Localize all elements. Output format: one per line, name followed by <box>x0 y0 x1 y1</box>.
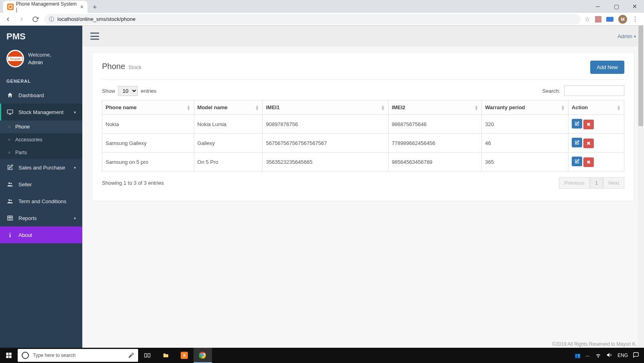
wifi-icon[interactable] <box>595 352 601 359</box>
entries-selector: Show 10 entries <box>102 86 157 96</box>
tray-chevron-icon[interactable]: ︿ <box>585 352 590 359</box>
col-model-name[interactable]: Model name▲▼ <box>194 100 263 115</box>
volume-icon[interactable] <box>606 352 613 359</box>
taskbar-search[interactable]: Type here to search 🎤 <box>18 349 138 362</box>
scrollbar[interactable] <box>638 26 644 348</box>
forward-button[interactable] <box>17 14 26 24</box>
cell-imei2: 986875675646 <box>388 115 482 134</box>
submenu-label: Parts <box>15 150 27 155</box>
username-text: Admin <box>28 59 51 67</box>
next-page-button[interactable]: Next <box>603 177 624 189</box>
search-input[interactable] <box>564 86 624 96</box>
browser-tab[interactable]: Phone Management System | × <box>3 1 88 13</box>
page-number[interactable]: 1 <box>590 177 603 189</box>
edit-button[interactable] <box>572 138 582 147</box>
page-title-main: Phone <box>102 62 125 71</box>
window-close-button[interactable]: ✕ <box>626 0 644 13</box>
sidebar-item-sales-purchase[interactable]: Sales and Purchase ▾ <box>0 159 82 176</box>
sidebar-item-reports[interactable]: Reports ▾ <box>0 210 82 226</box>
col-warranty[interactable]: Warranty period▲▼ <box>482 100 569 115</box>
submenu-label: Accessories <box>15 137 42 143</box>
chevron-down-icon: ▾ <box>634 34 636 39</box>
table-row: Samsung GallexyGallexy567567567567567567… <box>102 134 624 153</box>
people-icon[interactable]: 👥 <box>575 353 581 358</box>
cell-model-name: Nokia Lumia <box>194 115 263 134</box>
col-label: Warranty period <box>485 104 525 110</box>
page-size-select[interactable]: 10 <box>118 86 138 96</box>
extension-icon[interactable] <box>606 17 613 22</box>
chrome-icon[interactable] <box>194 348 212 363</box>
col-phone-name[interactable]: Phone name▲▼ <box>102 100 194 115</box>
window-maximize-button[interactable]: ▢ <box>607 0 626 13</box>
col-label: Model name <box>198 104 228 110</box>
window-minimize-button[interactable]: ─ <box>589 0 607 13</box>
edit-button[interactable] <box>572 119 582 128</box>
bookmark-star-icon[interactable]: ☆ <box>585 15 590 23</box>
sidebar-item-seller[interactable]: Seller <box>0 176 82 193</box>
new-tab-button[interactable]: + <box>89 2 100 13</box>
start-button[interactable] <box>0 348 18 363</box>
user-dropdown[interactable]: Admin ▾ <box>618 33 636 39</box>
col-imei1[interactable]: IMEI1▲▼ <box>263 100 388 115</box>
col-imei2[interactable]: IMEI2▲▼ <box>388 100 482 115</box>
extension-icon[interactable] <box>595 16 601 22</box>
svg-rect-15 <box>6 356 8 358</box>
avatar-icon: Shopee <box>6 50 24 67</box>
scrollbar-thumb[interactable] <box>638 26 643 126</box>
edit-button[interactable] <box>572 157 582 166</box>
sidebar-item-stock-management[interactable]: Stock Management ▾ <box>0 104 82 120</box>
search-control: Search: <box>542 86 624 96</box>
sidebar-item-dashboard[interactable]: Dashboard <box>0 87 82 104</box>
delete-button[interactable]: ✖ <box>583 157 594 167</box>
sidebar-item-about[interactable]: About <box>0 226 82 243</box>
windows-taskbar: Type here to search 🎤 X 👥 ︿ ENG <box>0 348 644 363</box>
user-name: Admin <box>618 33 632 39</box>
cell-model-name: Gallexy <box>194 134 263 153</box>
col-label: Phone name <box>106 104 137 110</box>
cell-actions: ✖ <box>568 134 624 153</box>
sidebar-subitem-accessories[interactable]: Accessories <box>0 133 82 146</box>
svg-rect-16 <box>9 356 12 358</box>
cell-imei1: 90897876756 <box>263 115 388 134</box>
info-icon: ⓘ <box>49 16 54 23</box>
delete-button[interactable]: ✖ <box>583 120 594 129</box>
language-indicator[interactable]: ENG <box>618 353 628 358</box>
sort-icon: ▲▼ <box>255 105 259 110</box>
url-text: localhost/online_sms/stock/phone <box>57 16 135 22</box>
sidebar-item-terms[interactable]: Term and Conditions <box>0 193 82 210</box>
prev-page-button[interactable]: Previous <box>559 177 590 189</box>
cell-imei2: 778989662456456 <box>388 134 482 153</box>
address-bar[interactable]: ⓘ localhost/online_sms/stock/phone <box>44 14 581 24</box>
svg-point-4 <box>10 183 12 184</box>
svg-point-6 <box>10 200 12 201</box>
show-label: Show <box>102 88 115 94</box>
copyright-text: ©2019 All Rights Reserved to Mayuri K. <box>552 341 637 347</box>
cell-phone-name: Nokia <box>102 115 194 134</box>
reload-button[interactable] <box>31 14 40 24</box>
profile-avatar[interactable]: M <box>618 15 627 24</box>
file-explorer-icon[interactable] <box>157 348 175 363</box>
content-panel: Phone Stock Add New Show 10 entries Sear… <box>92 52 634 201</box>
cell-imei1: 567567567567567567567 <box>263 134 388 153</box>
tab-close-icon[interactable]: × <box>80 4 84 10</box>
sidebar-subitem-parts[interactable]: Parts <box>0 146 82 159</box>
sort-icon: ▲▼ <box>617 105 621 110</box>
xampp-favicon-icon <box>7 4 14 10</box>
chevron-down-icon: ▾ <box>74 216 76 220</box>
submenu-label: Phone <box>15 124 30 130</box>
mic-icon[interactable]: 🎤 <box>128 353 134 358</box>
browser-menu-icon[interactable]: ⋮ <box>632 15 638 23</box>
sidebar-subitem-phone[interactable]: Phone <box>0 120 82 133</box>
back-button[interactable] <box>3 14 13 24</box>
add-new-button[interactable]: Add New <box>590 61 624 74</box>
task-view-icon[interactable] <box>138 348 157 363</box>
svg-rect-13 <box>6 353 8 355</box>
table-row: NokiaNokia Lumia908978767569868756756463… <box>102 115 624 134</box>
table-row: Samsung on 5 proOn 5 Pro3563523235645665… <box>102 153 624 171</box>
info-icon <box>6 231 14 239</box>
home-icon <box>6 92 14 99</box>
xampp-icon[interactable]: X <box>175 348 194 363</box>
hamburger-menu-icon[interactable] <box>90 33 99 40</box>
delete-button[interactable]: ✖ <box>583 139 594 148</box>
notifications-icon[interactable] <box>633 352 639 359</box>
